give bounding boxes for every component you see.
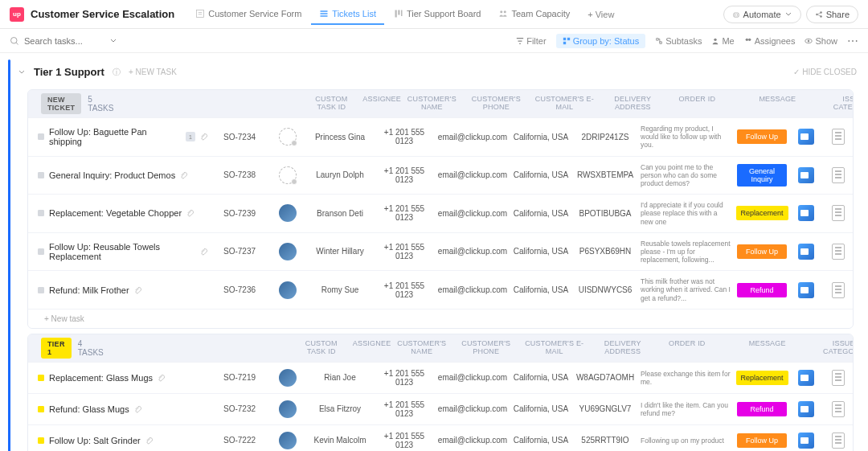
status-square-icon[interactable] — [38, 287, 44, 293]
me-button[interactable]: Me — [711, 36, 734, 46]
issue-category-badge: Follow Up — [737, 244, 787, 259]
task-name: Follow Up: Salt Grinder — [49, 436, 141, 445]
columns-header: CUSTOM TASK ID ASSIGNEE CUSTOMER'S NAME … — [110, 338, 854, 359]
status-square-icon[interactable] — [38, 375, 44, 381]
customer-phone: +1 201 555 0123 — [372, 280, 436, 301]
status-pill[interactable]: NEW TICKET — [41, 93, 81, 114]
col-customer-phone[interactable]: CUSTOMER'S PHONE — [464, 93, 528, 113]
table-row[interactable]: Follow Up: Salt Grinder SO-7222 Kevin Ma… — [28, 424, 853, 451]
table-row[interactable]: Replacement: Glass Mugs SO-7219 Rian Joe… — [28, 362, 853, 393]
tab-team-capacity[interactable]: Team Capacity — [490, 4, 578, 25]
status-square-icon[interactable] — [38, 248, 44, 255]
svg-point-5 — [504, 10, 506, 13]
image-thumbnail[interactable] — [798, 205, 814, 221]
assignee-avatar-empty[interactable] — [279, 166, 297, 184]
col-delivery-address[interactable]: DELIVERY ADDRESS — [600, 93, 665, 113]
assignees-button[interactable]: Assignees — [744, 36, 796, 46]
image-thumbnail[interactable] — [798, 370, 814, 386]
subtasks-button[interactable]: Subtasks — [655, 36, 702, 46]
col-customer-email[interactable]: CUSTOMER'S E-MAIL — [518, 338, 591, 357]
receipt-icon[interactable] — [832, 433, 845, 449]
caret-down-icon[interactable] — [18, 68, 26, 76]
show-label: Show — [815, 36, 837, 46]
automate-button[interactable]: Automate — [723, 6, 801, 23]
chevron-down-icon[interactable] — [109, 37, 117, 45]
issue-category-badge: Refund — [737, 283, 787, 297]
image-thumbnail[interactable] — [798, 282, 814, 298]
filter-label: Filter — [526, 36, 546, 46]
tab-tickets-list[interactable]: Tickets List — [311, 4, 384, 25]
table-row[interactable]: Refund: Milk Frother SO-7236 Romy Sue +1… — [28, 270, 853, 309]
attachment-icon — [134, 286, 142, 294]
col-customer-name[interactable]: CUSTOMER'S NAME — [399, 93, 464, 113]
assignee-avatar[interactable] — [279, 369, 297, 387]
status-square-icon[interactable] — [38, 437, 44, 444]
customer-email: email@clickup.com — [436, 434, 509, 446]
assignee-avatar[interactable] — [279, 204, 297, 222]
table-row[interactable]: Follow Up: Reusable Towels Replacement S… — [28, 232, 853, 271]
image-thumbnail[interactable] — [798, 433, 814, 449]
status-square-icon[interactable] — [38, 172, 44, 178]
col-order-id[interactable]: ORDER ID — [655, 338, 719, 357]
col-delivery-address[interactable]: DELIVERY ADDRESS — [591, 338, 655, 357]
group-by-button[interactable]: Group by: Status — [556, 34, 646, 48]
image-thumbnail[interactable] — [798, 167, 814, 183]
search-input[interactable] — [24, 36, 104, 46]
add-view-button[interactable]: + View — [579, 5, 622, 24]
col-customer-name[interactable]: CUSTOMER'S NAME — [390, 338, 454, 357]
col-custom-task-id[interactable]: CUSTOM TASK ID — [293, 338, 350, 357]
file-badge-icon: 1 — [186, 132, 195, 141]
table-row[interactable]: Follow Up: Baguette Pan shipping 1 SO-72… — [28, 117, 853, 156]
svg-point-16 — [714, 38, 717, 40]
col-message[interactable]: MESSAGE — [729, 93, 825, 113]
share-button[interactable]: Share — [806, 6, 858, 23]
image-thumbnail[interactable] — [798, 129, 814, 145]
show-button[interactable]: Show — [805, 36, 837, 46]
new-task-button[interactable]: + New task — [28, 309, 853, 328]
assignee-avatar-empty[interactable] — [279, 128, 297, 146]
table-row[interactable]: Replacement: Vegetable Chopper SO-7239 B… — [28, 194, 853, 232]
svg-point-9 — [816, 13, 818, 15]
col-issue-category[interactable]: ISSUE CATEGORY — [816, 338, 854, 357]
tab-customer-service-form[interactable]: Customer Service Form — [187, 4, 309, 25]
receipt-icon[interactable] — [832, 129, 845, 145]
col-assignee[interactable]: ASSIGNEE — [350, 338, 390, 357]
receipt-icon[interactable] — [832, 370, 845, 386]
assignee-avatar[interactable] — [279, 400, 297, 418]
image-thumbnail[interactable] — [798, 401, 814, 417]
image-thumbnail[interactable] — [798, 244, 814, 260]
receipt-icon[interactable] — [832, 205, 845, 221]
hide-closed-button[interactable]: ✓ HIDE CLOSED — [793, 68, 857, 76]
issue-category-badge: Follow Up — [737, 433, 787, 448]
more-options-button[interactable]: ⋯ — [847, 35, 858, 47]
message-text: I'd appreciate it if you could please re… — [637, 199, 734, 228]
status-square-icon[interactable] — [38, 210, 44, 216]
receipt-icon[interactable] — [832, 167, 845, 183]
col-issue-category[interactable]: ISSUE CATEGORY — [825, 93, 854, 113]
custom-task-id: SO-7232 — [211, 403, 268, 415]
receipt-icon[interactable] — [832, 244, 845, 260]
col-order-id[interactable]: ORDER ID — [665, 93, 729, 113]
delivery-address: California, USA — [509, 434, 573, 446]
table-row[interactable]: Refund: Glass Mugs SO-7232 Elsa Fitzroy … — [28, 393, 853, 424]
col-custom-task-id[interactable]: CUSTOM TASK ID — [303, 93, 359, 113]
info-icon[interactable]: ⓘ — [113, 67, 121, 78]
col-message[interactable]: MESSAGE — [719, 338, 816, 357]
tab-tier-support-board[interactable]: Tier Support Board — [386, 4, 489, 25]
receipt-icon[interactable] — [832, 401, 845, 417]
col-assignee[interactable]: ASSIGNEE — [359, 93, 399, 113]
status-square-icon[interactable] — [38, 133, 44, 140]
col-customer-email[interactable]: CUSTOMER'S E-MAIL — [528, 93, 600, 113]
filter-button[interactable]: Filter — [516, 36, 546, 46]
svg-rect-13 — [563, 37, 565, 39]
table-row[interactable]: General Inquiry: Product Demos SO-7238 L… — [28, 156, 853, 195]
assignee-avatar[interactable] — [279, 281, 297, 299]
assignee-avatar[interactable] — [279, 243, 297, 260]
form-icon — [195, 9, 205, 18]
status-pill[interactable]: TIER 1 — [41, 338, 72, 359]
col-customer-phone[interactable]: CUSTOMER'S PHONE — [454, 338, 518, 357]
new-task-link[interactable]: + NEW TASK — [129, 68, 177, 76]
assignee-avatar[interactable] — [279, 432, 297, 449]
receipt-icon[interactable] — [832, 282, 845, 298]
status-square-icon[interactable] — [38, 406, 44, 412]
